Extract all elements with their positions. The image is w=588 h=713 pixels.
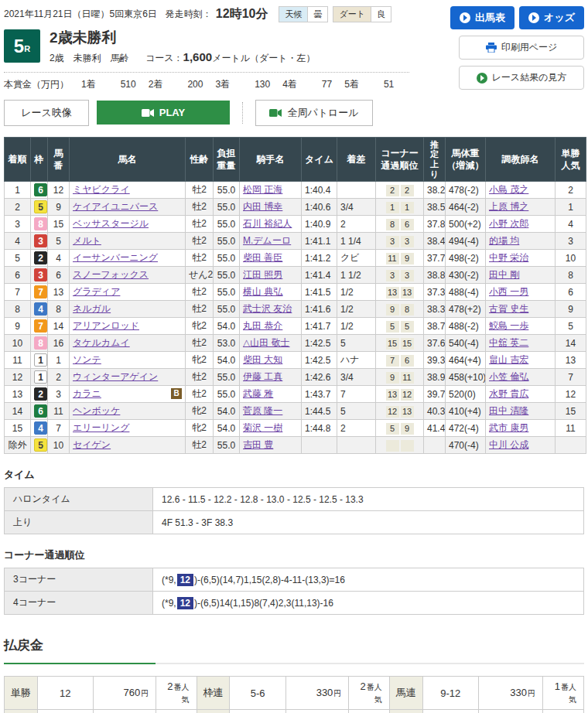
guide-button[interactable]: レース結果の見方 [459, 66, 584, 90]
table-row: 10816タケルカムイ牡253.0△山田 敬士1:42.55151537.654… [5, 335, 586, 352]
jockey-link[interactable]: 伊藤 工真 [243, 371, 282, 382]
trainer-link[interactable]: 的場 均 [489, 235, 519, 246]
jockey-cell: 石川 裕紀人 [240, 216, 302, 233]
jockey-link[interactable]: 柴田 大知 [243, 354, 282, 365]
corner-4-box: 6 [401, 355, 414, 367]
race-video-button[interactable]: レース映像 [4, 100, 89, 126]
waku-badge: 3 [34, 268, 47, 281]
patrol-button[interactable]: 全周パトロール [255, 100, 373, 126]
jockey-link[interactable]: 松岡 正海 [243, 184, 282, 195]
column-header: 枠 [31, 137, 48, 182]
time-row-value: 12.6 - 11.5 - 12.2 - 12.8 - 13.0 - 12.5 … [153, 488, 584, 511]
corner-3-box [386, 440, 399, 452]
ninki-unit: 番人気 [174, 683, 190, 704]
trainer-link[interactable]: 上原 博之 [489, 201, 528, 212]
horse-name-cell: エリーリング [70, 420, 186, 437]
horse-link[interactable]: ベッサスタージル [73, 218, 149, 229]
waku-badge: 2 [34, 251, 47, 264]
trainer-link[interactable]: 小島 茂之 [489, 184, 528, 195]
trainer-link[interactable]: 武市 康男 [489, 422, 528, 433]
corner-order-cell: 119 [376, 250, 424, 267]
agari-cell: 38.8 [424, 267, 446, 284]
trainer-link[interactable]: 水野 貴広 [489, 388, 528, 399]
table-row: 1111ソンテ牝254.0柴田 大知1:42.5ハナ7639.3464(+4)畠… [5, 352, 586, 369]
rank-cell: 除外 [5, 437, 31, 454]
margin-cell: ハナ [337, 352, 376, 369]
corner-row: 3コーナー(*9,12)-(6,5)(14,7)1,15(2,8)-4-11-(… [5, 568, 584, 592]
popularity-cell: 1 [556, 199, 586, 216]
jockey-cell: 江田 照男 [240, 267, 302, 284]
horse-link[interactable]: ネルガル [73, 303, 111, 314]
corner-order-cell: 22 [376, 182, 424, 199]
prize-place: 4着 [282, 78, 297, 91]
trainer-link[interactable]: 鮫島 一歩 [489, 320, 528, 331]
payout-amount: 1,250円 [479, 710, 543, 713]
horse-link[interactable]: グラディア [73, 286, 120, 297]
jockey-link[interactable]: △山田 敬士 [243, 337, 290, 348]
column-header: 性齢 [186, 137, 214, 182]
payout-combination: 9-12 [422, 677, 479, 710]
race-number-box: 5 R [4, 29, 40, 63]
horse-link[interactable]: イーサンバーニング [73, 252, 158, 263]
trainer-link[interactable]: 小野 次郎 [489, 218, 528, 229]
trainer-link[interactable]: 中舘 英二 [489, 337, 528, 348]
corner-4-box: 11 [401, 372, 414, 384]
horse-link[interactable]: カラニ [73, 388, 101, 399]
horse-name-cell: アリアンロッド [70, 318, 186, 335]
body-weight-cell: 464(+4) [446, 352, 486, 369]
trainer-link[interactable]: 田中 剛 [489, 269, 519, 280]
horse-link[interactable]: ケイアイユニバース [73, 201, 158, 212]
waku-badge: 1 [34, 353, 47, 367]
column-header: 着順 [5, 137, 31, 182]
jockey-link[interactable]: 横山 典弘 [243, 286, 282, 297]
jockey-cell: 松岡 正海 [240, 182, 302, 199]
jockey-link[interactable]: 江田 照男 [243, 269, 282, 280]
trainer-link[interactable]: 田中 清隆 [489, 405, 528, 416]
horse-link[interactable]: ソンテ [73, 354, 101, 365]
trainer-cell: 古賀 史生 [486, 301, 556, 318]
green-underline [4, 663, 156, 664]
jockey-link[interactable]: 内田 博幸 [243, 201, 282, 212]
jockey-link[interactable]: 菊沢 一樹 [243, 422, 282, 433]
trainer-link[interactable]: 中川 公成 [489, 439, 528, 450]
table-row: 259ケイアイユニバース牡255.0内田 博幸1:40.63/41138.546… [5, 199, 586, 216]
horse-link[interactable]: セイゲン [73, 439, 111, 450]
play-button[interactable]: PLAY [97, 101, 230, 125]
corner-order-cell: 1313 [376, 284, 424, 301]
course-info: コース：1,600メートル（ダート・左） [145, 53, 316, 63]
horse-link[interactable]: タケルカムイ [73, 337, 130, 348]
trainer-link[interactable]: 小笠 倫弘 [489, 371, 528, 382]
race-condition-text: 2歳 未勝利 馬齢 [50, 53, 129, 63]
trainer-cell: 鮫島 一歩 [486, 318, 556, 335]
horse-link[interactable]: アリアンロッド [73, 320, 139, 331]
trainer-link[interactable]: 中野 栄治 [489, 252, 528, 263]
corner-4-box: 13 [401, 406, 414, 418]
jockey-link[interactable]: 石川 裕紀人 [243, 218, 292, 229]
jockey-link[interactable]: 吉田 豊 [243, 439, 273, 450]
horse-link[interactable]: エリーリング [73, 422, 129, 433]
horse-link[interactable]: ミヤビクライ [73, 184, 130, 195]
entries-button[interactable]: 出馬表 [450, 6, 514, 29]
video-separator [242, 102, 243, 124]
horse-link[interactable]: ウィンターアゲイン [73, 371, 158, 382]
horse-link[interactable]: スノーフォックス [73, 269, 149, 280]
jockey-link[interactable]: 丸田 恭介 [243, 320, 282, 331]
print-button[interactable]: 印刷用ページ [459, 36, 584, 60]
column-header: 馬体重（増減） [446, 137, 486, 182]
horse-link[interactable]: ヘンボッケ [73, 405, 120, 416]
trainer-link[interactable]: 古賀 史生 [489, 303, 528, 314]
load-weight-cell: 55.0 [214, 369, 240, 386]
trainer-link[interactable]: 畠山 吉宏 [489, 354, 528, 365]
jockey-link[interactable]: 武士沢 友治 [243, 303, 292, 314]
load-weight-cell: 55.0 [214, 386, 240, 403]
jockey-link[interactable]: 柴田 善臣 [243, 252, 282, 263]
popularity-cell: 13 [556, 352, 586, 369]
jockey-link[interactable]: 武藤 雅 [243, 388, 273, 399]
odds-button[interactable]: オッズ [519, 6, 584, 29]
payout-combination: 12 [37, 710, 93, 713]
jockey-link[interactable]: 菅原 隆一 [243, 405, 282, 416]
horse-link[interactable]: メルト [73, 235, 101, 246]
jockey-link[interactable]: M.デムーロ [243, 235, 291, 246]
trainer-link[interactable]: 小西 一男 [489, 286, 528, 297]
agari-cell: 38.7 [424, 318, 446, 335]
